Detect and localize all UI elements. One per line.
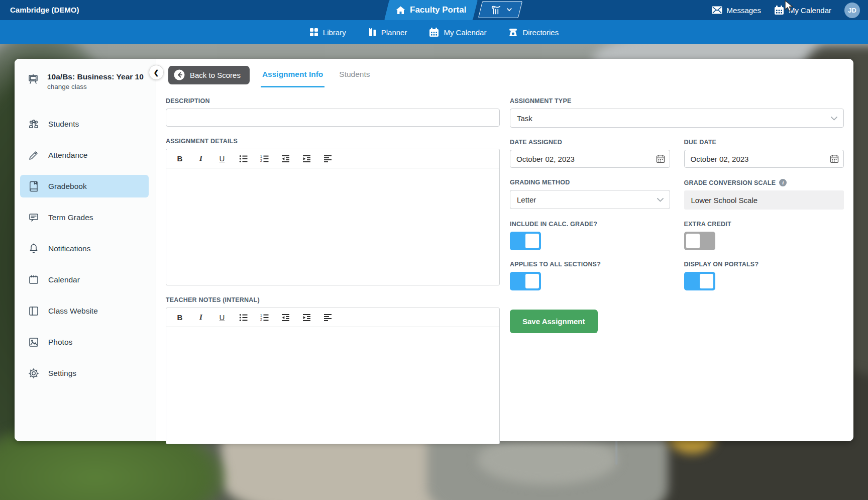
teacher-notes-input[interactable]	[166, 327, 499, 444]
assignment-details-input[interactable]	[166, 168, 499, 285]
photo-icon	[28, 336, 40, 348]
date-assigned-label: DATE ASSIGNED	[510, 139, 670, 146]
messages-label: Messages	[727, 6, 761, 15]
nav-label: Planner	[381, 28, 407, 37]
svg-text:2: 2	[260, 317, 262, 321]
messages-button[interactable]: Messages	[712, 6, 761, 15]
class-board-icon	[27, 72, 39, 87]
sidebar-collapse-button[interactable]: ❮	[149, 65, 164, 80]
gear-icon	[28, 367, 40, 379]
sidebar-item-label: Class Website	[48, 307, 98, 316]
align-left-button[interactable]	[322, 312, 333, 323]
sidebar-item-label: Calendar	[48, 275, 80, 284]
bold-button[interactable]: B	[175, 153, 185, 164]
faculty-portal-tab[interactable]: Faculty Portal	[384, 0, 478, 20]
user-avatar[interactable]: JD	[844, 3, 860, 18]
display-on-portals-toggle[interactable]	[684, 272, 715, 290]
description-label: DESCRIPTION	[166, 97, 500, 105]
info-icon[interactable]: i	[779, 179, 787, 186]
underline-button[interactable]: U	[217, 312, 227, 323]
due-date-input[interactable]	[684, 150, 844, 168]
save-assignment-button[interactable]: Save Assignment	[510, 310, 598, 333]
sidebar-item-label: Attendance	[48, 151, 87, 160]
back-to-scores-button[interactable]: Back to Scores	[168, 66, 250, 84]
date-assigned-input[interactable]	[510, 150, 670, 168]
nav-item-my-calendar[interactable]: My Calendar	[429, 28, 486, 37]
bold-button[interactable]: B	[175, 312, 185, 323]
italic-button[interactable]: I	[196, 312, 206, 323]
toggle-knob	[525, 274, 539, 288]
my-calendar-button[interactable]: My Calendar	[774, 6, 831, 15]
include-in-calc-grade-toggle[interactable]	[510, 232, 541, 250]
indent-button[interactable]	[301, 312, 311, 323]
tab-assignment-info[interactable]: Assignment Info	[261, 62, 324, 87]
nav-label: My Calendar	[444, 28, 486, 37]
applies-to-all-sections-label: APPLIES TO ALL SECTIONS?	[510, 261, 670, 268]
assignment-details-label: ASSIGNMENT DETAILS	[166, 138, 500, 145]
description-input[interactable]	[166, 109, 500, 127]
sidebar-item-attendance[interactable]: Attendance	[20, 144, 149, 166]
sidebar-item-settings[interactable]: Settings	[20, 362, 149, 384]
numbered-list-button[interactable]: 12	[259, 312, 269, 323]
sidebar-item-term-grades[interactable]: Term Grades	[20, 206, 149, 229]
calendar-icon	[429, 28, 439, 37]
italic-button[interactable]: I	[196, 153, 206, 164]
toggles-row-2: APPLIES TO ALL SECTIONS? DISPLAY ON PORT…	[510, 261, 844, 301]
svg-text:2: 2	[260, 158, 262, 162]
rich-text-toolbar: B I U 12	[166, 149, 499, 168]
tab-students[interactable]: Students	[338, 62, 371, 87]
sidebar-item-gradebook[interactable]: Gradebook	[20, 175, 149, 197]
nav-item-planner[interactable]: Planner	[368, 28, 407, 37]
top-right-group: Messages My Calendar JD	[712, 0, 860, 20]
calendar-icon	[28, 274, 40, 286]
numbered-list-button[interactable]: 12	[259, 153, 269, 164]
underline-button[interactable]: U	[217, 153, 227, 164]
toggle-knob	[525, 234, 539, 248]
browser-icon	[28, 305, 40, 317]
portal-title: Faculty Portal	[410, 5, 466, 15]
include-in-calc-grade-label: INCLUDE IN CALC. GRADE?	[510, 221, 670, 228]
school-name: Cambridge (DEMO)	[10, 0, 79, 20]
align-left-button[interactable]	[322, 153, 333, 164]
sidebar-item-notifications[interactable]: Notifications	[20, 237, 149, 260]
toggles-row-1: INCLUDE IN CALC. GRADE? EXTRA CREDIT	[510, 221, 844, 261]
chevron-down-icon	[507, 8, 512, 12]
bullet-list-button[interactable]	[238, 312, 248, 323]
sidebar-item-photos[interactable]: Photos	[20, 331, 149, 353]
change-class-link[interactable]: change class	[47, 83, 144, 90]
field-extra-credit: EXTRA CREDIT	[684, 221, 844, 250]
assignment-form: DESCRIPTION ASSIGNMENT DETAILS B I U 12	[166, 87, 844, 455]
bullet-list-button[interactable]	[238, 153, 248, 164]
nav-label: Library	[323, 28, 346, 37]
svg-text:1: 1	[260, 314, 262, 317]
extra-credit-toggle[interactable]	[684, 232, 715, 250]
back-button-label: Back to Scores	[190, 71, 241, 79]
assignment-content: Back to Scores Assignment Info Students …	[156, 59, 853, 441]
portal-header-group: Faculty Portal	[387, 0, 520, 20]
nav-item-directories[interactable]: Directories	[508, 28, 559, 37]
indent-button[interactable]	[301, 153, 311, 164]
sidebar-item-class-website[interactable]: Class Website	[20, 299, 149, 322]
back-arrow-icon	[174, 69, 185, 80]
sidebar-item-calendar[interactable]: Calendar	[20, 268, 149, 291]
assignment-type-label: ASSIGNMENT TYPE	[510, 97, 844, 105]
teacher-notes-editor: B I U 12	[166, 308, 500, 444]
assignment-type-select[interactable]: Task	[510, 109, 844, 128]
my-calendar-label: My Calendar	[789, 6, 831, 15]
home-icon	[396, 6, 405, 15]
nav-item-library[interactable]: Library	[309, 28, 346, 37]
rich-text-toolbar: B I U 12	[166, 308, 499, 327]
sidebar-item-students[interactable]: Students	[20, 113, 149, 135]
outdent-button[interactable]	[280, 312, 290, 323]
applies-to-all-sections-toggle[interactable]	[510, 272, 541, 290]
chevron-down-icon	[831, 117, 837, 121]
chevron-down-icon	[657, 198, 664, 202]
outdent-button[interactable]	[280, 153, 290, 164]
grading-method-select[interactable]: Letter	[510, 190, 670, 209]
sidebar-item-label: Term Grades	[48, 213, 93, 222]
comment-icon	[28, 212, 40, 224]
toggle-knob	[700, 274, 713, 288]
portal-switcher-button[interactable]	[478, 1, 522, 18]
sidebar-item-label: Settings	[48, 369, 76, 378]
grade-conversion-scale-label: GRADE CONVERSION SCALE i	[684, 179, 844, 186]
